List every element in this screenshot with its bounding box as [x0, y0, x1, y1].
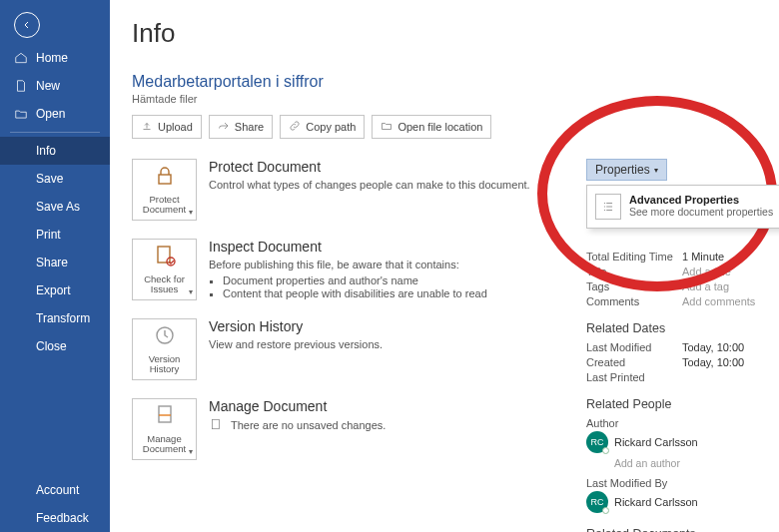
copy-path-button[interactable]: Copy path — [280, 115, 365, 139]
folder-icon — [381, 120, 392, 134]
sidebar-item-export[interactable]: Export — [0, 276, 110, 304]
manage-doc-icon — [153, 403, 177, 430]
arrow-left-icon — [21, 19, 33, 31]
protect-document-button[interactable]: Protect Document ▾ — [132, 159, 197, 221]
prop-key: Total Editing Time — [586, 251, 682, 263]
sidebar-item-label: Open — [36, 107, 65, 121]
sidebar-item-feedback[interactable]: Feedback — [0, 504, 110, 532]
prop-key: Last Modified — [586, 341, 682, 353]
inspect-issue-item: Content that people with disabilities ar… — [223, 287, 487, 299]
sidebar-item-print[interactable]: Print — [0, 221, 110, 249]
prop-key: Last Printed — [586, 371, 682, 383]
avatar: RC — [586, 431, 608, 453]
sidebar-item-label: Export — [36, 283, 71, 297]
modifiedby-person[interactable]: RC Rickard Carlsson — [586, 491, 779, 513]
sidebar-item-label: Account — [36, 483, 79, 497]
upload-icon — [141, 120, 153, 134]
prop-value: 1 Minute — [682, 251, 724, 263]
sidebar-item-saveas[interactable]: Save As — [0, 193, 110, 221]
sidebar-item-home[interactable]: Home — [0, 44, 110, 72]
inspect-heading: Inspect Document — [209, 239, 487, 255]
share-icon — [218, 120, 230, 134]
prop-key: Title — [586, 266, 682, 277]
related-documents-heading: Related Documents — [586, 527, 779, 532]
properties-dropdown[interactable]: Properties ▾ — [586, 159, 667, 181]
sidebar-item-label: Close — [36, 339, 67, 353]
history-desc: View and restore previous versions. — [209, 337, 383, 352]
chevron-down-icon: ▾ — [189, 447, 193, 456]
page-title: Info — [132, 18, 779, 49]
check-issues-button[interactable]: Check for Issues ▾ — [132, 239, 197, 300]
open-location-button[interactable]: Open file location — [372, 115, 491, 139]
history-heading: Version History — [209, 318, 383, 334]
prop-placeholder[interactable]: Add comments — [682, 295, 755, 307]
sidebar-item-new[interactable]: New — [0, 72, 110, 100]
sidebar-item-share[interactable]: Share — [0, 249, 110, 276]
sidebar-item-label: Info — [36, 144, 56, 158]
sidebar-item-label: Feedback — [36, 511, 89, 525]
sidebar-item-save[interactable]: Save — [0, 165, 110, 193]
sidebar-item-open[interactable]: Open — [0, 100, 110, 128]
chevron-down-icon: ▾ — [189, 287, 193, 296]
sidebar-item-transform[interactable]: Transform — [0, 304, 110, 332]
main-area: Info Medarbetarportalen i siffror Hämtad… — [110, 0, 779, 532]
link-icon — [289, 120, 301, 134]
sidebar-item-label: New — [36, 79, 60, 93]
back-button[interactable] — [14, 12, 40, 38]
prop-key: Created — [586, 356, 682, 368]
sidebar-item-label: Share — [36, 256, 68, 269]
open-icon — [14, 107, 28, 121]
sidebar-item-label: Transform — [36, 311, 90, 325]
popover-title: Advanced Properties — [629, 194, 773, 206]
upload-button[interactable]: Upload — [132, 115, 202, 139]
prop-placeholder[interactable]: Add a title — [682, 266, 731, 277]
info-toolbar: Upload Share Copy path Open file locatio… — [132, 115, 779, 139]
prop-key: Comments — [586, 295, 682, 307]
new-doc-icon — [14, 79, 28, 93]
svg-rect-1 — [158, 247, 170, 263]
lock-icon — [153, 164, 177, 191]
person-name: Rickard Carlsson — [614, 436, 698, 448]
svg-rect-5 — [213, 419, 220, 428]
chevron-down-icon: ▾ — [189, 208, 193, 217]
inspect-desc: Before publishing this file, be aware th… — [209, 258, 487, 272]
related-dates-heading: Related Dates — [586, 321, 779, 335]
history-icon — [153, 323, 177, 350]
manage-heading: Manage Document — [209, 398, 386, 414]
manage-desc: There are no unsaved changes. — [231, 419, 386, 431]
svg-rect-0 — [159, 175, 171, 184]
document-location: Hämtade filer — [132, 93, 779, 105]
inspect-issue-item: Document properties and author's name — [223, 274, 487, 286]
properties-panel: Properties ▾ Advanced Properties See mor… — [586, 159, 779, 532]
prop-key: Last Modified By — [586, 477, 682, 489]
add-author-link[interactable]: Add an author — [614, 457, 779, 469]
author-person[interactable]: RC Rickard Carlsson — [586, 431, 779, 453]
document-icon — [209, 417, 223, 433]
sidebar-item-label: Save — [36, 172, 63, 186]
document-title: Medarbetarportalen i siffror — [132, 73, 779, 91]
prop-key: Author — [586, 417, 682, 429]
sidebar-item-info[interactable]: Info — [0, 137, 110, 165]
share-button[interactable]: Share — [209, 115, 273, 139]
protect-desc: Control what types of changes people can… — [209, 178, 530, 193]
manage-document-button[interactable]: Manage Document ▾ — [132, 398, 197, 460]
advanced-properties-popover[interactable]: Advanced Properties See more document pr… — [586, 185, 779, 229]
svg-rect-4 — [159, 406, 171, 422]
avatar: RC — [586, 491, 608, 513]
person-name: Rickard Carlsson — [614, 496, 698, 508]
popover-desc: See more document properties — [629, 206, 773, 219]
backstage-sidebar: Home New Open Info Save Save As Print Sh… — [0, 0, 110, 532]
check-issues-icon — [153, 244, 177, 270]
sidebar-separator — [10, 132, 100, 133]
prop-value: Today, 10:00 — [682, 356, 744, 368]
sidebar-item-label: Save As — [36, 200, 80, 214]
sidebar-item-close[interactable]: Close — [0, 332, 110, 360]
sidebar-item-account[interactable]: Account — [0, 476, 110, 504]
prop-placeholder[interactable]: Add a tag — [682, 280, 729, 292]
sidebar-item-label: Print — [36, 228, 61, 242]
home-icon — [14, 51, 28, 65]
version-history-button[interactable]: Version History — [132, 318, 197, 380]
sidebar-item-label: Home — [36, 51, 68, 65]
protect-heading: Protect Document — [209, 159, 530, 175]
properties-list-icon — [595, 194, 621, 220]
